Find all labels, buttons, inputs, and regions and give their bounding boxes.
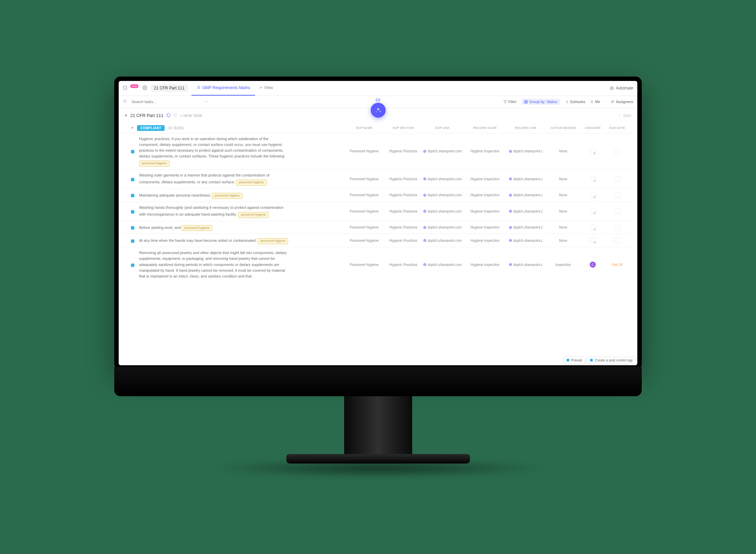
gear-icon[interactable] xyxy=(142,85,147,91)
tag[interactable]: personnel hygiene xyxy=(258,238,288,244)
cell-sop-link[interactable]: dsptch.sharepoint.com xyxy=(420,239,465,242)
tab-gmp-requirements-matrix[interactable]: GMP Requirements Matrix xyxy=(191,81,255,96)
cell-sop-link[interactable]: dsptch.sharepoint.com xyxy=(420,263,465,267)
cell-record-link[interactable]: dsptch.sharepoint.c xyxy=(505,209,546,213)
cell-record-name[interactable]: Hygiene Inspection xyxy=(465,149,505,153)
col-sop-section[interactable]: SOP SECTION xyxy=(386,126,420,130)
cell-sop-link[interactable]: dsptch.sharepoint.com xyxy=(420,149,465,153)
info-icon[interactable] xyxy=(173,113,178,118)
status-square-icon[interactable] xyxy=(131,178,134,181)
cell-sop-section[interactable]: Hygienic Practices xyxy=(386,193,420,197)
list-title-chip[interactable]: 21 CFR Part 111 xyxy=(151,84,188,92)
tag[interactable]: personnel hygiene xyxy=(212,193,242,199)
tag[interactable]: personnel hygiene xyxy=(236,180,267,186)
cell-sop-link[interactable]: dsptch.sharepoint.com xyxy=(420,209,465,213)
assignee-add-icon[interactable] xyxy=(590,176,596,182)
tag[interactable]: personnel hygiene xyxy=(182,225,212,231)
due-date-add-icon[interactable] xyxy=(615,225,620,230)
tag[interactable]: personnel hygiene xyxy=(238,212,269,218)
cell-sop-section[interactable]: Hygienic Practices xyxy=(386,177,420,181)
minimized-task-a[interactable]: Pravad xyxy=(564,357,585,364)
filter-button[interactable]: Filter xyxy=(503,100,517,104)
cell-record-name[interactable]: Hygiene Inspection xyxy=(465,239,505,242)
assignee-add-icon[interactable] xyxy=(590,148,596,154)
col-sop-link[interactable]: SOP LINK xyxy=(420,126,465,130)
status-square-icon[interactable] xyxy=(131,150,134,153)
cell-sop-name[interactable]: Personnel Hygiene xyxy=(342,225,386,229)
cell-record-link[interactable]: dsptch.sharepoint.c xyxy=(505,263,546,267)
subtasks-button[interactable]: Subtasks xyxy=(565,100,585,104)
cell-sop-section[interactable]: Hygienic Practices xyxy=(386,209,420,213)
cell-sop-name[interactable]: Personnel Hygiene xyxy=(342,239,386,242)
due-date-add-icon[interactable] xyxy=(615,192,620,198)
task-description[interactable]: Hygienic practices. If you work in an op… xyxy=(139,136,289,167)
assignees-button[interactable]: Assignees xyxy=(611,100,633,104)
cell-record-name[interactable]: Hygiene Inspection xyxy=(465,209,505,213)
cell-sop-name[interactable]: Personnel Hygiene xyxy=(342,177,386,181)
group-by-button[interactable]: Group by: Status xyxy=(521,99,560,105)
col-due-date[interactable]: DUE DATE xyxy=(605,126,629,130)
status-square-icon[interactable] xyxy=(131,210,134,214)
cell-sop-name[interactable]: Personnel Hygiene xyxy=(342,209,386,213)
assignee-add-icon[interactable] xyxy=(590,237,596,244)
new-task-button[interactable]: + NEW TASK xyxy=(180,114,203,118)
status-square-icon[interactable] xyxy=(131,264,134,267)
cell-sop-name[interactable]: Personnel Hygiene xyxy=(342,149,386,153)
task-description[interactable]: Washing hands thoroughly (and sanitizing… xyxy=(139,205,289,218)
tag[interactable]: personnel hygiene xyxy=(139,161,170,167)
col-record-link[interactable]: RECORD LINK xyxy=(505,126,546,130)
due-date-add-icon[interactable] xyxy=(615,238,620,243)
task-row[interactable]: Removing all unsecured jewelry and other… xyxy=(119,247,637,282)
due-date-add-icon[interactable] xyxy=(615,176,620,182)
cell-record-link[interactable]: dsptch.sharepoint.c xyxy=(505,225,546,229)
search-input[interactable] xyxy=(132,100,200,104)
cell-sop-section[interactable]: Hygienic Practices xyxy=(386,149,420,153)
task-description[interactable]: Wearing outer garments in a manner that … xyxy=(139,172,289,186)
me-button[interactable]: Me xyxy=(590,100,600,104)
task-description[interactable]: Before starting work; and personnel hygi… xyxy=(139,224,289,231)
cell-action-needed[interactable]: None xyxy=(546,177,580,181)
task-row[interactable]: Before starting work; and personnel hygi… xyxy=(119,221,637,234)
task-description[interactable]: At any time when the hands may have beco… xyxy=(139,237,289,244)
task-row[interactable]: Washing hands thoroughly (and sanitizing… xyxy=(119,202,637,221)
cell-sop-name[interactable]: Personnel Hygiene xyxy=(342,263,386,267)
cell-action-needed[interactable]: None xyxy=(546,149,580,153)
cell-sop-link[interactable]: dsptch.sharepoint.com xyxy=(420,177,465,181)
cell-sop-section[interactable]: Hygienic Practices xyxy=(386,239,420,242)
col-action-needed[interactable]: ACTION NEEDED xyxy=(546,126,580,130)
col-assignee[interactable]: ASSIGNEE xyxy=(580,126,605,130)
task-description[interactable]: Maintaining adequate personal cleanlines… xyxy=(139,191,289,199)
task-row[interactable]: Wearing outer garments in a manner that … xyxy=(119,169,637,188)
collapse-caret-icon[interactable] xyxy=(125,114,127,117)
cell-sop-link[interactable]: dsptch.sharepoint.com xyxy=(420,225,465,229)
cell-record-link[interactable]: dsptch.sharepoint.c xyxy=(505,193,546,197)
due-date-add-icon[interactable] xyxy=(615,149,620,154)
due-date-add-icon[interactable] xyxy=(615,208,620,214)
cell-action-needed[interactable]: Inspection xyxy=(546,263,580,267)
task-row[interactable]: Maintaining adequate personal cleanlines… xyxy=(119,188,637,202)
task-description[interactable]: Removing all unsecured jewelry and other… xyxy=(139,250,289,279)
cell-sop-name[interactable]: Personnel Hygiene xyxy=(342,193,386,197)
cell-record-name[interactable]: Hygiene Inspection xyxy=(465,177,505,181)
assignee-add-icon[interactable] xyxy=(590,224,596,231)
task-row[interactable]: At any time when the hands may have beco… xyxy=(119,234,637,247)
cell-sop-link[interactable]: dsptch.sharepoint.com xyxy=(420,193,465,197)
tab-add-view[interactable]: + View xyxy=(255,81,278,96)
cell-action-needed[interactable]: None xyxy=(546,209,580,213)
cell-action-needed[interactable]: None xyxy=(546,239,580,242)
assignee-avatar[interactable]: C xyxy=(590,262,596,268)
status-square-icon[interactable] xyxy=(131,194,134,197)
col-sop-name[interactable]: SOP NAME xyxy=(342,126,386,130)
task-row[interactable]: Hygienic practices. If you work in an op… xyxy=(119,133,637,169)
ai-assistant-handle[interactable] xyxy=(371,99,386,118)
cell-sop-section[interactable]: Hygienic Practices xyxy=(386,263,420,267)
cell-record-name[interactable]: Hygiene Inspection xyxy=(465,225,505,229)
cell-action-needed[interactable]: None xyxy=(546,193,580,197)
automate-button[interactable]: Automate xyxy=(609,86,633,90)
minimized-task-b[interactable]: Create a pest control sigr xyxy=(587,357,636,364)
due-date[interactable]: Feb 24 xyxy=(612,263,622,267)
cell-record-link[interactable]: dsptch.sharepoint.c xyxy=(505,239,546,242)
group-collapse-icon[interactable] xyxy=(131,127,134,129)
more-options-icon[interactable]: ⋯ xyxy=(204,100,208,104)
cell-sop-section[interactable]: Hygienic Practices xyxy=(386,225,420,229)
